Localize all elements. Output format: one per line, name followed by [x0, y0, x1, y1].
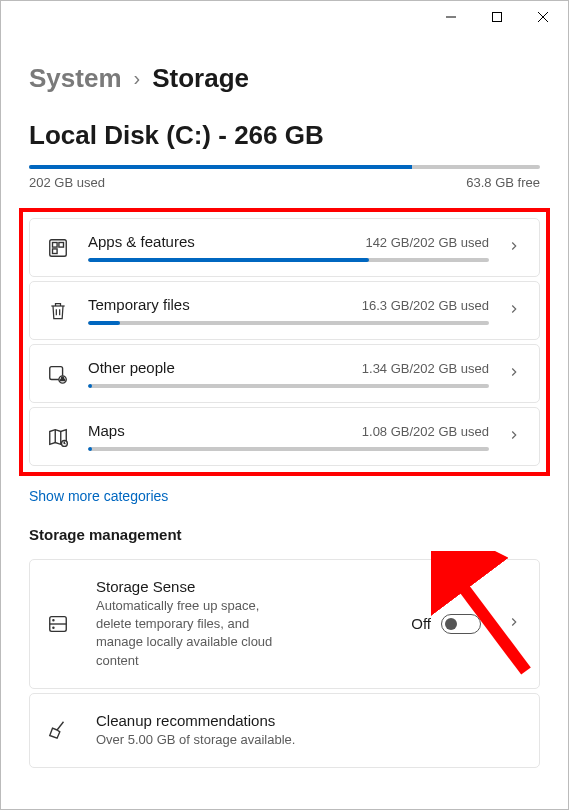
category-body: Temporary files16.3 GB/202 GB used [88, 296, 489, 325]
toggle-knob [445, 618, 457, 630]
used-label: 202 GB used [29, 175, 105, 190]
category-body: Maps1.08 GB/202 GB used [88, 422, 489, 451]
svg-rect-1 [493, 13, 502, 22]
category-body: Other people1.34 GB/202 GB used [88, 359, 489, 388]
category-title: Apps & features [88, 233, 195, 250]
map-icon [46, 426, 70, 448]
storage-sense-body: Storage Sense Automatically free up spac… [96, 578, 385, 670]
disk-title: Local Disk (C:) - 266 GB [29, 120, 540, 151]
chevron-right-icon [507, 239, 521, 257]
maximize-button[interactable] [474, 1, 520, 33]
settings-window: System › Storage Local Disk (C:) - 266 G… [0, 0, 569, 810]
people-icon [46, 363, 70, 385]
cleanup-body: Cleanup recommendations Over 5.00 GB of … [96, 712, 521, 749]
svg-rect-6 [59, 242, 64, 247]
breadcrumb-parent[interactable]: System [29, 63, 122, 94]
content-area: System › Storage Local Disk (C:) - 266 G… [1, 33, 568, 768]
category-card[interactable]: Maps1.08 GB/202 GB used [29, 407, 540, 466]
drive-icon [46, 613, 70, 635]
cleanup-card[interactable]: Cleanup recommendations Over 5.00 GB of … [29, 693, 540, 768]
chevron-right-icon: › [134, 67, 141, 90]
breadcrumb: System › Storage [29, 63, 540, 94]
category-title: Maps [88, 422, 125, 439]
storage-sense-toggle[interactable] [441, 614, 481, 634]
storage-sense-desc: Automatically free up space, delete temp… [96, 597, 296, 670]
svg-rect-5 [53, 242, 58, 247]
category-title: Other people [88, 359, 175, 376]
chevron-right-icon [507, 365, 521, 383]
chevron-right-icon [507, 428, 521, 446]
svg-point-19 [53, 620, 54, 621]
broom-icon [46, 719, 70, 741]
categories-highlight: Apps & features142 GB/202 GB usedTempora… [19, 208, 550, 476]
svg-point-20 [53, 627, 54, 628]
overall-usage-fill [29, 165, 412, 169]
overall-usage-bar [29, 165, 540, 169]
category-card[interactable]: Apps & features142 GB/202 GB used [29, 218, 540, 277]
category-usage: 1.34 GB/202 GB used [362, 361, 489, 376]
minimize-button[interactable] [428, 1, 474, 33]
category-usage: 16.3 GB/202 GB used [362, 298, 489, 313]
storage-sense-title: Storage Sense [96, 578, 385, 595]
cleanup-desc: Over 5.00 GB of storage available. [96, 731, 521, 749]
apps-icon [46, 237, 70, 259]
category-usage: 142 GB/202 GB used [365, 235, 489, 250]
window-titlebar [1, 1, 568, 33]
category-usage: 1.08 GB/202 GB used [362, 424, 489, 439]
breadcrumb-current: Storage [152, 63, 249, 94]
storage-sense-card[interactable]: Storage Sense Automatically free up spac… [29, 559, 540, 689]
category-card[interactable]: Other people1.34 GB/202 GB used [29, 344, 540, 403]
svg-rect-7 [53, 248, 58, 253]
storage-sense-toggle-wrap: Off [411, 614, 481, 634]
chevron-right-icon [507, 615, 521, 633]
category-title: Temporary files [88, 296, 190, 313]
chevron-right-icon [507, 302, 521, 320]
category-bar [88, 447, 489, 451]
free-label: 63.8 GB free [466, 175, 540, 190]
category-bar [88, 321, 489, 325]
category-bar [88, 384, 489, 388]
show-more-link[interactable]: Show more categories [29, 488, 540, 504]
trash-icon [46, 301, 70, 321]
svg-line-21 [57, 722, 63, 730]
cleanup-title: Cleanup recommendations [96, 712, 521, 729]
category-bar [88, 258, 489, 262]
close-button[interactable] [520, 1, 566, 33]
toggle-state-label: Off [411, 615, 431, 632]
storage-management-heading: Storage management [29, 526, 540, 543]
category-body: Apps & features142 GB/202 GB used [88, 233, 489, 262]
overall-stats: 202 GB used 63.8 GB free [29, 175, 540, 190]
category-card[interactable]: Temporary files16.3 GB/202 GB used [29, 281, 540, 340]
